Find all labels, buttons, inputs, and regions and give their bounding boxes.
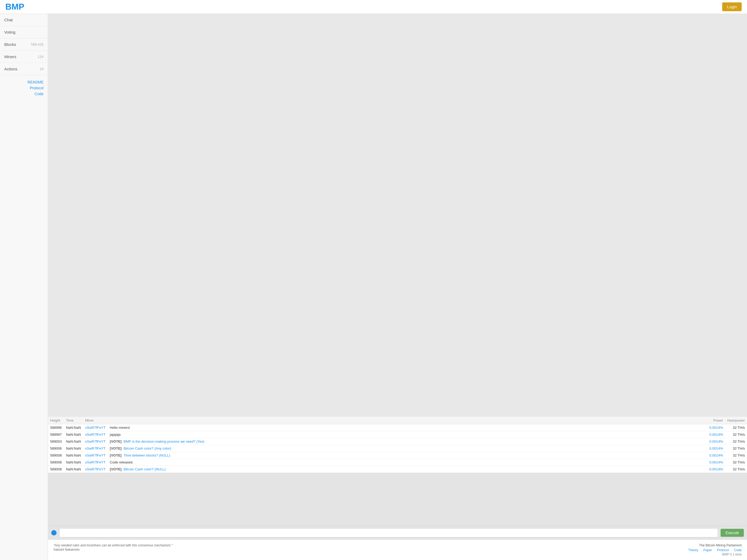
execute-button[interactable]: Execute [721, 529, 744, 537]
cell-message: jajajaja [108, 431, 707, 438]
chat-table-body: 588996NaN:NaNxSwR7fFeYTHello miners!0.00… [48, 424, 747, 473]
footer-version: BMP 0.1-beta [688, 553, 742, 556]
table-row: 588996NaN:NaNxSwR7fFeYTHello miners!0.00… [48, 424, 747, 431]
footer-quote: "Any needed rules and incentives can be … [53, 543, 173, 552]
cell-power: 0.0014% [707, 438, 725, 445]
cell-height: 588996 [48, 424, 64, 431]
sidebar-item-miners[interactable]: Miners 124 [0, 51, 48, 63]
cell-message: [VOTE] Time between blocks? (NULL) [108, 452, 707, 459]
cell-power: 0.0014% [707, 452, 725, 459]
table-row: 589008NaN:NaNxSwR7fFeYT[VOTE] Bitcoin Ca… [48, 466, 747, 473]
cell-message: [VOTE] Bitcoin Cash color? (NULL) [108, 466, 707, 473]
cell-power: 0.0014% [707, 424, 725, 431]
chat-input[interactable] [59, 528, 718, 537]
quote-text: "Any needed rules and incentives can be … [53, 543, 173, 547]
cell-miner: xSwR7fFeYT [83, 445, 108, 452]
footer-title: The Bitcoin Mining Parliament [688, 543, 742, 547]
col-height: Height [48, 417, 64, 424]
cell-time: NaN:NaN [64, 424, 83, 431]
paper-link[interactable]: Paper [703, 548, 712, 552]
cell-height: 589008 [48, 459, 64, 466]
status-dot [51, 530, 56, 535]
code-link[interactable]: Code [35, 92, 44, 96]
cell-height: 589008 [48, 466, 64, 473]
table-header-row: Height Time Miner Power Hashpower [48, 417, 747, 424]
footer-right: The Bitcoin Mining Parliament Theory · P… [688, 543, 742, 556]
main-content: Height Time Miner Power Hashpower 588996… [48, 14, 747, 560]
cell-message: Code released. [108, 459, 707, 466]
chat-messages-area[interactable]: Height Time Miner Power Hashpower 588996… [48, 417, 747, 526]
cell-message: Hello miners! [108, 424, 707, 431]
cell-time: NaN:NaN [64, 459, 83, 466]
cell-miner: xSwR7fFeYT [83, 452, 108, 459]
theory-link[interactable]: Theory [688, 548, 698, 552]
chat-area: Height Time Miner Power Hashpower 588996… [48, 417, 747, 539]
cell-height: 589006 [48, 445, 64, 452]
top-area [48, 14, 747, 417]
table-row: 589006NaN:NaNxSwR7fFeYT[VOTE] Bitcoin Ca… [48, 445, 747, 452]
logo: BMP [5, 2, 24, 12]
cell-hashpower: 32 TH/s [725, 438, 747, 445]
header: BMP Login [0, 0, 747, 14]
table-row: 589008NaN:NaNxSwR7fFeYT[VOTE] Time betwe… [48, 452, 747, 459]
footer-protocol-link[interactable]: Protocol [717, 548, 729, 552]
cell-time: NaN:NaN [64, 438, 83, 445]
cell-miner: xSwR7fFeYT [83, 431, 108, 438]
cell-height: 588997 [48, 431, 64, 438]
cell-hashpower: 32 TH/s [725, 452, 747, 459]
cell-time: NaN:NaN [64, 466, 83, 473]
cell-power: 0.0014% [707, 466, 725, 473]
cell-miner: xSwR7fFeYT [83, 424, 108, 431]
quote-author: Satoshi Nakamoto [53, 548, 173, 552]
login-button[interactable]: Login [722, 2, 742, 11]
sidebar: Chat Voting Blocks 589,428 Miners 124 Ac… [0, 14, 48, 560]
cell-miner: xSwR7fFeYT [83, 466, 108, 473]
footer-links: Theory · Paper · Protocol · Code [688, 548, 742, 552]
readme-link[interactable]: README [27, 80, 44, 84]
sidebar-item-voting[interactable]: Voting [0, 26, 48, 38]
cell-hashpower: 32 TH/s [725, 466, 747, 473]
cell-hashpower: 32 TH/s [725, 445, 747, 452]
cell-hashpower: 32 TH/s [725, 424, 747, 431]
cell-power: 0.0014% [707, 445, 725, 452]
sidebar-item-actions[interactable]: Actions 19 [0, 63, 48, 75]
chat-input-row: Execute [48, 526, 747, 539]
table-row: 589003NaN:NaNxSwR7fFeYT[VOTE] BMP is the… [48, 438, 747, 445]
table-row: 589008NaN:NaNxSwR7fFeYTCode released.0.0… [48, 459, 747, 466]
cell-miner: xSwR7fFeYT [83, 459, 108, 466]
footer-code-link[interactable]: Code [734, 548, 742, 552]
sidebar-item-chat[interactable]: Chat [0, 14, 48, 26]
cell-message: [VOTE] Bitcoin Cash color? (Any color) [108, 445, 707, 452]
cell-power: 0.0014% [707, 459, 725, 466]
cell-height: 589008 [48, 452, 64, 459]
sidebar-item-blocks[interactable]: Blocks 589,428 [0, 38, 48, 51]
table-row: 588997NaN:NaNxSwR7fFeYTjajajaja0.0014%32… [48, 431, 747, 438]
cell-time: NaN:NaN [64, 445, 83, 452]
sidebar-links: README Protocol Code [0, 75, 48, 101]
col-message [108, 417, 707, 424]
col-power: Power [707, 417, 725, 424]
col-miner: Miner [83, 417, 108, 424]
cell-time: NaN:NaN [64, 431, 83, 438]
cell-time: NaN:NaN [64, 452, 83, 459]
col-time: Time [64, 417, 83, 424]
cell-hashpower: 32 TH/s [725, 431, 747, 438]
cell-height: 589003 [48, 438, 64, 445]
cell-message: [VOTE] BMP is the decision-making proces… [108, 438, 707, 445]
cell-power: 0.0014% [707, 431, 725, 438]
footer: "Any needed rules and incentives can be … [48, 539, 747, 560]
cell-miner: xSwR7fFeYT [83, 438, 108, 445]
chat-table: Height Time Miner Power Hashpower 588996… [48, 417, 747, 473]
protocol-link[interactable]: Protocol [30, 86, 44, 90]
cell-hashpower: 32 TH/s [725, 459, 747, 466]
col-hashpower: Hashpower [725, 417, 747, 424]
layout: Chat Voting Blocks 589,428 Miners 124 Ac… [0, 14, 747, 560]
